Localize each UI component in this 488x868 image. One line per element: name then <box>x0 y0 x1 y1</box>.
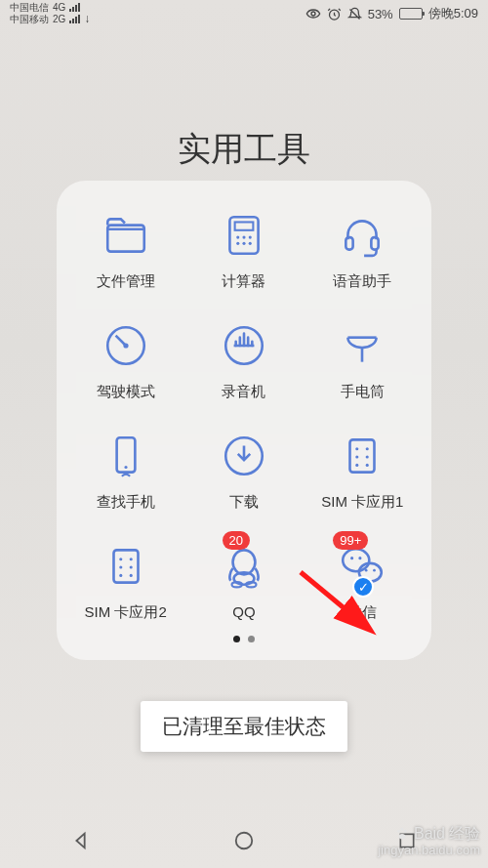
app-label: 计算器 <box>222 272 265 291</box>
svg-point-6 <box>404 830 407 833</box>
app-recorder[interactable]: 录音机 <box>184 318 303 401</box>
paw-icon <box>394 826 410 842</box>
app-voice[interactable]: 语音助手 <box>304 208 422 291</box>
sim-icon <box>99 539 153 594</box>
wechat-icon: 99+✓ <box>335 539 389 594</box>
app-calc[interactable]: 计算器 <box>184 208 303 291</box>
toast-message: 已清理至最佳状态 <box>141 701 347 752</box>
watermark: Baid 经验 jingyan.baidu.com <box>378 824 480 858</box>
page-dot[interactable] <box>233 636 240 642</box>
app-sim2[interactable]: SIM 卡应用2 <box>66 539 184 622</box>
clock-time: 傍晚5:09 <box>428 5 478 22</box>
sim-icon <box>335 429 389 483</box>
app-label: 语音助手 <box>333 272 391 291</box>
app-label: 手电筒 <box>341 383 385 401</box>
svg-point-7 <box>399 834 406 839</box>
status-carriers: 中国电信 4G 中国移动 2G ↓ <box>10 2 90 25</box>
alarm-icon <box>327 7 342 21</box>
svg-point-4 <box>397 830 400 833</box>
svg-point-2 <box>236 833 253 849</box>
watermark-brand: Baid <box>414 824 445 843</box>
app-label: 微信 <box>347 603 377 622</box>
battery-icon <box>399 8 423 20</box>
carrier-1: 中国电信 <box>10 2 49 13</box>
app-label: SIM 卡应用2 <box>85 603 167 622</box>
app-label: 下载 <box>229 493 259 512</box>
folder-title: 实用工具 <box>0 127 488 172</box>
folder-icon <box>99 208 153 263</box>
eye-comfort-icon <box>305 6 321 21</box>
battery-pct: 53% <box>368 7 393 21</box>
signal-bars-icon <box>69 3 80 12</box>
folder-panel: 文件管理计算器语音助手驾驶模式录音机手电筒查找手机下载SIM 卡应用1SIM 卡… <box>57 181 431 660</box>
recorder-icon <box>217 318 271 373</box>
notification-badge: 99+ <box>333 531 368 550</box>
app-label: 查找手机 <box>97 493 155 512</box>
app-label: SIM 卡应用1 <box>321 493 403 512</box>
notification-badge: 20 <box>223 531 250 550</box>
watermark-suffix: 经验 <box>449 824 480 843</box>
app-findphone[interactable]: 查找手机 <box>66 429 184 512</box>
mute-icon <box>347 7 362 21</box>
watermark-url: jingyan.baidu.com <box>378 843 480 858</box>
app-torch[interactable]: 手电筒 <box>304 318 422 401</box>
app-label: QQ <box>232 603 255 620</box>
app-label: 录音机 <box>222 383 265 401</box>
carrier-2: 中国移动 <box>10 14 49 24</box>
net-2: 2G <box>53 14 65 24</box>
calculator-icon <box>217 208 271 263</box>
status-bar: 中国电信 4G 中国移动 2G ↓ 53% 傍晚5:09 <box>0 0 488 27</box>
app-label: 驾驶模式 <box>97 383 155 401</box>
home-button[interactable] <box>231 828 257 853</box>
app-drive[interactable]: 驾驶模式 <box>66 318 184 401</box>
app-label: 文件管理 <box>97 272 155 291</box>
headset-icon <box>335 208 389 263</box>
torch-icon <box>335 318 389 373</box>
page-indicator[interactable] <box>66 636 422 642</box>
app-sim1[interactable]: SIM 卡应用1 <box>304 429 422 512</box>
toast-text: 已清理至最佳状态 <box>162 715 326 737</box>
gauge-icon <box>99 318 153 373</box>
qq-icon: 20 <box>217 539 271 594</box>
data-down-icon: ↓ <box>84 13 90 25</box>
app-download[interactable]: 下载 <box>184 429 303 512</box>
signal-bars-icon <box>69 15 80 23</box>
back-button[interactable] <box>68 828 94 853</box>
app-wechat[interactable]: 99+✓微信 <box>304 539 422 622</box>
net-1: 4G <box>53 2 65 13</box>
page-dot[interactable] <box>248 636 255 642</box>
find-phone-icon <box>99 429 153 483</box>
svg-point-5 <box>401 828 404 831</box>
download-icon <box>217 429 271 483</box>
dual-app-badge-icon: ✓ <box>352 576 374 598</box>
app-qq[interactable]: 20QQ <box>184 539 303 622</box>
svg-point-0 <box>311 12 315 16</box>
app-files[interactable]: 文件管理 <box>66 208 184 291</box>
